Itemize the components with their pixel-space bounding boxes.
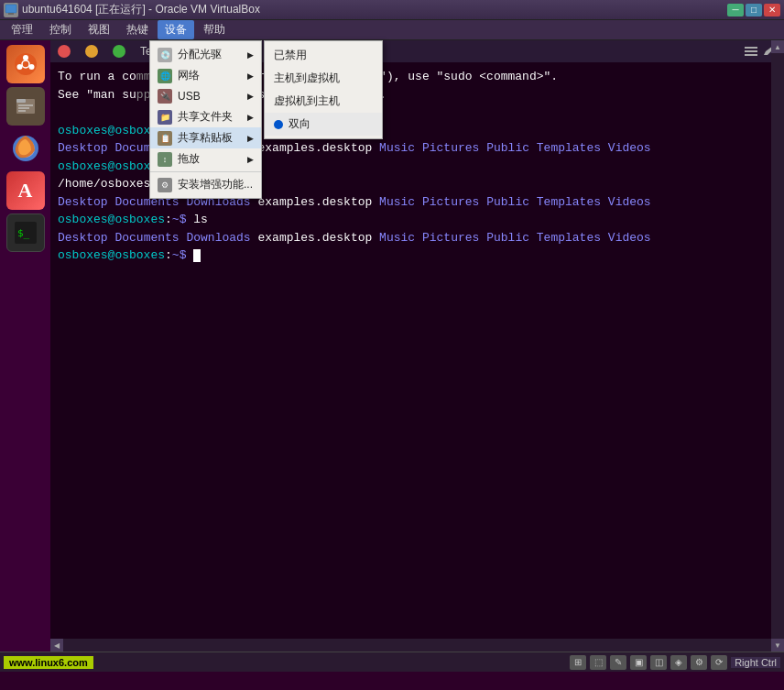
sidebar-fontmanager-icon[interactable]: A	[6, 171, 45, 210]
status-icon-4: ▣	[630, 655, 647, 670]
clipboard-disabled[interactable]: 已禁用	[265, 44, 382, 67]
close-button[interactable]: ✕	[764, 4, 780, 16]
device-menu-usb-label: USB	[178, 90, 201, 103]
clipboard-vm-to-host-label: 虚拟机到主机	[274, 93, 340, 109]
term-line-prompt4: osboxes@osboxes:~$	[58, 246, 777, 265]
menu-item-help[interactable]: 帮助	[196, 20, 233, 39]
status-icon-3: ✎	[610, 655, 626, 670]
restore-button[interactable]: □	[746, 4, 762, 16]
minimize-button[interactable]: ─	[727, 4, 744, 16]
device-menu-clipboard[interactable]: 📋 共享粘贴板	[150, 127, 261, 148]
device-menu-install-label: 安装增强功能...	[178, 177, 253, 192]
device-menu-shared-folder-label: 共享文件夹	[178, 109, 233, 125]
sidebar-firefox-icon[interactable]	[6, 129, 45, 168]
sidebar-files-icon[interactable]	[6, 87, 45, 126]
menu-divider	[150, 171, 261, 172]
svg-rect-9	[16, 99, 26, 103]
device-menu-optical-label: 分配光驱	[178, 47, 222, 62]
terminal-settings-icon	[744, 44, 758, 59]
clipboard-checked-indicator	[274, 120, 283, 129]
device-menu-dropdown[interactable]: 💿 分配光驱 🌐 网络 🔌 USB 📁 共享文件夹 📋 共享粘贴板 ↕ 拖放 ⚙…	[149, 40, 262, 199]
app-icon	[4, 3, 18, 17]
scroll-down-arrow[interactable]: ▼	[771, 639, 784, 652]
menu-item-manage[interactable]: 管理	[4, 20, 40, 39]
title-bar: ubuntu641604 [正在运行] - Oracle VM VirtualB…	[0, 0, 784, 20]
menu-item-hotkey[interactable]: 热键	[119, 20, 156, 39]
title-bar-text: ubuntu641604 [正在运行] - Oracle VM VirtualB…	[22, 2, 260, 17]
menu-bar: 管理 控制 视图 热键 设备 帮助	[0, 20, 784, 40]
status-icon-7: ⚙	[691, 655, 707, 670]
status-icon-8: ⟳	[711, 655, 727, 670]
device-menu-install[interactable]: ⚙ 安装增强功能...	[150, 174, 261, 195]
menu-item-device[interactable]: 设备	[158, 20, 194, 39]
device-menu-usb[interactable]: 🔌 USB	[150, 86, 261, 106]
clipboard-vm-to-host[interactable]: 虚拟机到主机	[265, 90, 382, 113]
term-line-prompt3: osboxes@osboxes:~$ ls	[58, 211, 777, 229]
sidebar-terminal-icon[interactable]: $_	[6, 214, 45, 252]
drag-icon: ↕	[158, 152, 172, 167]
menu-item-view[interactable]: 视图	[81, 20, 117, 39]
device-menu-drag[interactable]: ↕ 拖放	[150, 148, 261, 170]
svg-rect-11	[18, 107, 29, 109]
svg-rect-19	[745, 54, 757, 56]
clipboard-host-to-vm[interactable]: 主机到虚拟机	[265, 67, 382, 90]
title-bar-left: ubuntu641604 [正在运行] - Oracle VM VirtualB…	[4, 2, 260, 17]
svg-rect-0	[5, 5, 16, 13]
status-bar: www.linux6.com ⊞ ⬚ ✎ ▣ ◫ ◈ ⚙ ⟳ Right Ctr…	[0, 652, 784, 672]
terminal-close-btn[interactable]	[58, 45, 71, 58]
status-icon-2: ⬚	[590, 655, 606, 670]
network-icon: 🌐	[158, 69, 172, 83]
term-line-ls3: Desktop Documents Downloads examples.des…	[58, 229, 777, 247]
status-bar-website[interactable]: www.linux6.com	[4, 656, 93, 669]
shared-folder-icon: 📁	[158, 110, 172, 125]
clipboard-disabled-label: 已禁用	[274, 48, 307, 63]
terminal-minimize-btn[interactable]	[85, 45, 98, 58]
svg-rect-1	[8, 13, 14, 15]
svg-rect-2	[6, 15, 16, 16]
hscroll-left-arrow[interactable]: ◀	[50, 639, 63, 652]
horizontal-scrollbar[interactable]: ◀ ▶	[50, 639, 784, 652]
device-menu-network[interactable]: 🌐 网络	[150, 65, 261, 86]
status-icon-1: ⊞	[570, 655, 586, 670]
status-right-ctrl: Right Ctrl	[731, 657, 780, 668]
svg-rect-10	[18, 104, 33, 106]
status-icon-6: ◈	[670, 655, 687, 670]
svg-text:$_: $_	[17, 227, 30, 239]
status-bar-right: ⊞ ⬚ ✎ ▣ ◫ ◈ ⚙ ⟳ Right Ctrl	[570, 655, 780, 670]
device-menu-shared-folder[interactable]: 📁 共享文件夹	[150, 106, 261, 127]
hscroll-track[interactable]	[63, 639, 771, 652]
device-menu-drag-label: 拖放	[178, 151, 200, 167]
menu-item-control[interactable]: 控制	[42, 20, 79, 39]
vertical-scrollbar[interactable]: ▲ ▼	[771, 40, 784, 652]
title-bar-controls[interactable]: ─ □ ✕	[727, 4, 780, 16]
svg-point-4	[23, 55, 28, 60]
usb-icon: 🔌	[158, 89, 172, 104]
scroll-up-arrow[interactable]: ▲	[771, 40, 784, 53]
clipboard-submenu[interactable]: 已禁用 主机到虚拟机 虚拟机到主机 双向	[264, 40, 383, 139]
device-menu-network-label: 网络	[178, 68, 200, 83]
clipboard-host-to-vm-label: 主机到虚拟机	[274, 71, 340, 86]
svg-rect-12	[18, 110, 26, 112]
terminal-maximize-btn[interactable]	[113, 45, 125, 58]
status-icon-5: ◫	[650, 655, 667, 670]
sidebar-ubuntu-icon[interactable]	[6, 45, 45, 83]
clipboard-bidirectional[interactable]: 双向	[265, 113, 382, 136]
svg-rect-17	[745, 47, 757, 49]
clipboard-icon: 📋	[158, 131, 172, 146]
install-icon: ⚙	[158, 178, 172, 192]
optical-icon: 💿	[158, 48, 172, 62]
device-menu-optical[interactable]: 💿 分配光驱	[150, 44, 261, 65]
svg-rect-18	[745, 50, 757, 52]
device-menu-clipboard-label: 共享粘贴板	[178, 130, 233, 146]
clipboard-bidirectional-label: 双向	[289, 116, 310, 132]
sidebar: A $_	[0, 40, 50, 652]
